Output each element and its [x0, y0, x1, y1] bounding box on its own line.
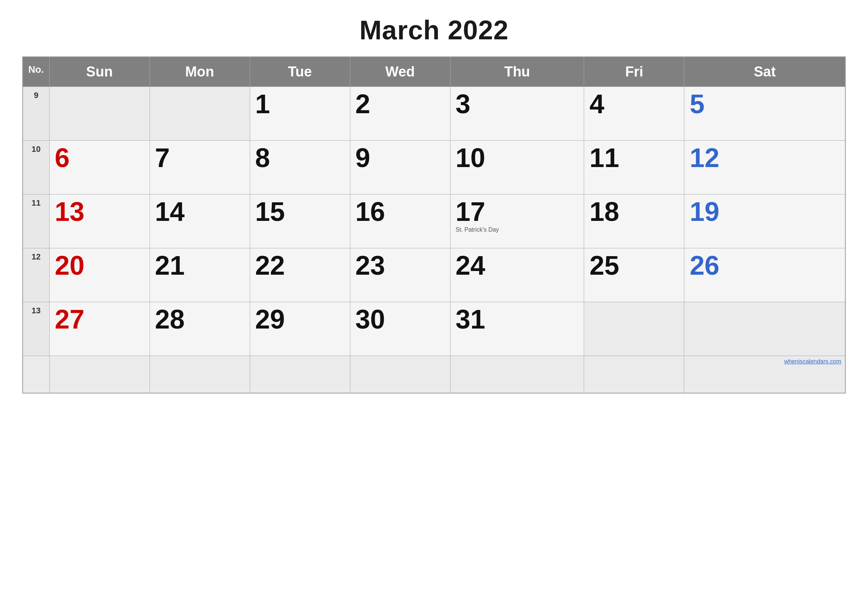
- calendar-week-row: 912345: [23, 87, 845, 141]
- day-cell: 8: [250, 141, 350, 194]
- day-cell: 22: [250, 248, 350, 302]
- header-no: No.: [23, 57, 50, 87]
- day-cell: 27: [50, 302, 150, 356]
- calendar-week-row: 111314151617St. Patrick's Day1819: [23, 194, 845, 248]
- day-number: 13: [55, 198, 144, 225]
- day-number: 8: [255, 144, 345, 171]
- day-number: 15: [255, 198, 345, 225]
- day-cell: 18: [584, 194, 684, 248]
- day-cell: 26: [684, 248, 845, 302]
- day-cell-empty: [50, 356, 150, 393]
- day-number: 31: [456, 306, 579, 333]
- day-cell: 15: [250, 194, 350, 248]
- day-cell: 31: [450, 302, 584, 356]
- watermark-cell: wheniscalendars.com: [684, 356, 845, 393]
- day-number: 7: [155, 144, 245, 171]
- week-number: 9: [23, 87, 50, 141]
- header-tue: Tue: [250, 57, 350, 87]
- day-number: 26: [690, 252, 840, 279]
- header-sat: Sat: [684, 57, 845, 87]
- week-number-empty: [23, 356, 50, 393]
- day-number: 30: [355, 306, 445, 333]
- day-number: 14: [155, 198, 245, 225]
- day-number: 1: [255, 91, 345, 117]
- day-cell: 6: [50, 141, 150, 194]
- day-cell: 3: [450, 87, 584, 141]
- day-number: 29: [255, 306, 345, 333]
- day-cell: 21: [150, 248, 250, 302]
- extra-row: wheniscalendars.com: [23, 356, 845, 393]
- week-number: 13: [23, 302, 50, 356]
- header-wed: Wed: [350, 57, 450, 87]
- day-number: 5: [690, 91, 840, 117]
- day-number: 10: [456, 144, 579, 171]
- day-number: 19: [690, 198, 840, 225]
- day-cell: 10: [450, 141, 584, 194]
- day-cell-empty: [350, 356, 450, 393]
- day-cell: [684, 302, 845, 356]
- day-cell: 12: [684, 141, 845, 194]
- calendar-week-row: 132728293031: [23, 302, 845, 356]
- day-number: 25: [589, 252, 679, 279]
- day-cell: 23: [350, 248, 450, 302]
- day-number: 12: [690, 144, 840, 171]
- calendar-body: 912345106789101112111314151617St. Patric…: [23, 87, 845, 393]
- header-thu: Thu: [450, 57, 584, 87]
- day-number: 17: [456, 198, 579, 225]
- day-cell-empty: [150, 356, 250, 393]
- calendar-header-row: No. Sun Mon Tue Wed Thu Fri Sat: [23, 57, 845, 87]
- day-number: 22: [255, 252, 345, 279]
- day-cell: 20: [50, 248, 150, 302]
- day-cell: [584, 302, 684, 356]
- day-number: 9: [355, 144, 445, 171]
- day-cell: 4: [584, 87, 684, 141]
- day-cell: 13: [50, 194, 150, 248]
- calendar-table: No. Sun Mon Tue Wed Thu Fri Sat 91234510…: [22, 56, 846, 394]
- day-cell: 9: [350, 141, 450, 194]
- day-cell: 29: [250, 302, 350, 356]
- day-number: 21: [155, 252, 245, 279]
- week-number: 12: [23, 248, 50, 302]
- day-cell-empty: [250, 356, 350, 393]
- day-cell: 28: [150, 302, 250, 356]
- week-number: 11: [23, 194, 50, 248]
- day-cell: 2: [350, 87, 450, 141]
- day-number: 6: [55, 144, 144, 171]
- day-cell: 30: [350, 302, 450, 356]
- header-sun: Sun: [50, 57, 150, 87]
- day-number: 18: [589, 198, 679, 225]
- day-number: 20: [55, 252, 144, 279]
- day-cell: 17St. Patrick's Day: [450, 194, 584, 248]
- page-title: March 2022: [359, 15, 508, 45]
- day-number: 27: [55, 306, 144, 333]
- day-number: 4: [589, 91, 679, 117]
- day-cell: 19: [684, 194, 845, 248]
- calendar-week-row: 1220212223242526: [23, 248, 845, 302]
- week-number: 10: [23, 141, 50, 194]
- watermark-link[interactable]: wheniscalendars.com: [784, 358, 841, 364]
- header-mon: Mon: [150, 57, 250, 87]
- header-fri: Fri: [584, 57, 684, 87]
- day-cell: 24: [450, 248, 584, 302]
- day-cell: 14: [150, 194, 250, 248]
- day-cell: 5: [684, 87, 845, 141]
- day-cell: 1: [250, 87, 350, 141]
- day-cell: 25: [584, 248, 684, 302]
- day-number: 11: [589, 144, 679, 171]
- day-number: 3: [456, 91, 579, 117]
- day-cell: [150, 87, 250, 141]
- day-number: 23: [355, 252, 445, 279]
- day-number: 28: [155, 306, 245, 333]
- day-number: 24: [456, 252, 579, 279]
- calendar-week-row: 106789101112: [23, 141, 845, 194]
- day-number: 16: [355, 198, 445, 225]
- day-cell: 16: [350, 194, 450, 248]
- day-cell-empty: [450, 356, 584, 393]
- holiday-label: St. Patrick's Day: [456, 226, 579, 233]
- day-cell-empty: [584, 356, 684, 393]
- day-cell: [50, 87, 150, 141]
- day-cell: 11: [584, 141, 684, 194]
- day-cell: 7: [150, 141, 250, 194]
- day-number: 2: [355, 91, 445, 117]
